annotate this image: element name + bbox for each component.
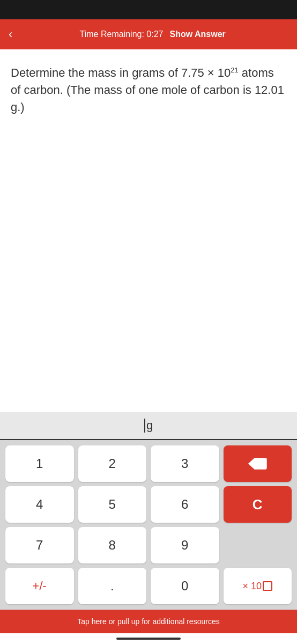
- keypad: 1 2 3 4 5 6 C 7 8 9 +/- . 0 × 10: [0, 440, 297, 610]
- status-bar: [0, 0, 297, 19]
- header: ‹ Time Remaining: 0:27 Show Answer: [0, 19, 297, 49]
- backspace-icon: [248, 457, 267, 471]
- question-area: Determine the mass in grams of 7.75 × 10…: [0, 49, 297, 412]
- input-unit: g: [146, 419, 153, 433]
- key-2[interactable]: 2: [78, 445, 147, 482]
- key-5[interactable]: 5: [78, 486, 147, 523]
- time-remaining: Time Remaining: 0:27: [80, 30, 164, 39]
- key-plusminus[interactable]: +/-: [5, 568, 74, 604]
- x10-box: [263, 581, 272, 591]
- keyboard-area: g 1 2 3 4 5 6 C 7 8 9 +/- . 0 × 10: [0, 412, 297, 610]
- key-decimal[interactable]: .: [78, 568, 147, 604]
- x10-label: × 10: [242, 581, 262, 592]
- question-text: Determine the mass in grams of 7.75 × 10…: [11, 64, 286, 116]
- key-0[interactable]: 0: [151, 568, 219, 604]
- key-8[interactable]: 8: [78, 527, 147, 564]
- key-3[interactable]: 3: [151, 445, 219, 482]
- show-answer-button[interactable]: Show Answer: [169, 30, 225, 39]
- bottom-bar[interactable]: Tap here or pull up for additional resou…: [0, 610, 297, 633]
- x10-button[interactable]: × 10: [224, 568, 292, 604]
- home-indicator: [0, 633, 297, 644]
- key-7[interactable]: 7: [5, 527, 74, 564]
- clear-button[interactable]: C: [224, 486, 292, 523]
- bottom-bar-text: Tap here or pull up for additional resou…: [77, 617, 219, 626]
- back-button[interactable]: ‹: [9, 26, 17, 42]
- input-display: g: [0, 412, 297, 440]
- header-center: Time Remaining: 0:27 Show Answer: [17, 30, 288, 39]
- empty-cell: [224, 527, 292, 564]
- cursor: [144, 419, 145, 433]
- home-line: [116, 638, 181, 640]
- key-1[interactable]: 1: [5, 445, 74, 482]
- key-4[interactable]: 4: [5, 486, 74, 523]
- key-6[interactable]: 6: [151, 486, 219, 523]
- backspace-button[interactable]: [224, 445, 292, 482]
- key-9[interactable]: 9: [151, 527, 219, 564]
